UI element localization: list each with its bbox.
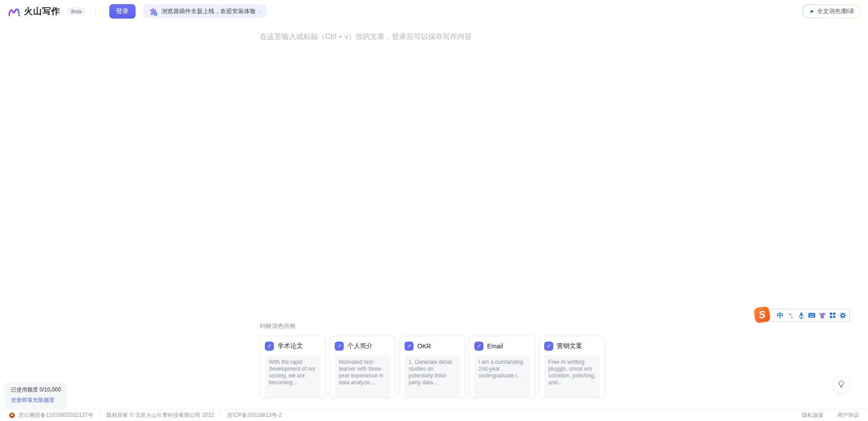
card-title: 营销文案 — [557, 342, 582, 350]
ime-toolbar-bar: 中 °, — [758, 309, 850, 322]
apps-grid-icon[interactable] — [827, 312, 838, 318]
editor-placeholder: 在这里输入或粘贴（Ctrl + v）你的文章，登录后可以保存写作内容 — [260, 32, 605, 42]
example-card-marketing-copy[interactable]: 营销文案 Free AI writting pluggin, smrat err… — [539, 336, 605, 397]
volcano-logo-icon — [7, 5, 21, 18]
examples-section-label: 纠错润色示例 — [260, 322, 606, 330]
card-preview-text: 1. Generate detail studies on potentiall… — [405, 355, 460, 397]
app-logo[interactable]: 火山写作 Beta — [7, 5, 85, 18]
example-card-personal-profile[interactable]: 个人简介 Motivated fast-learner with three-y… — [330, 336, 395, 397]
app-title: 火山写作 — [24, 5, 60, 17]
card-title: 个人简介 — [347, 342, 373, 350]
plugin-banner-text: 浏览器插件全新上线，欢迎安装体验 — [161, 7, 256, 15]
full-text-polish-translate-button[interactable]: ✦ 全文润色/翻译 — [802, 5, 861, 18]
pen-edit-icon — [405, 342, 414, 351]
login-unlimited-quota-link[interactable]: 登录即享无限额度 — [11, 397, 61, 404]
privacy-policy-link[interactable]: 隐私政策 — [802, 411, 824, 419]
pen-edit-icon — [474, 342, 483, 351]
keyboard-icon[interactable] — [806, 313, 817, 318]
example-cards: 学术论文 With the rapid development of our s… — [260, 336, 606, 397]
header-divider — [95, 8, 96, 15]
footer-separator — [100, 413, 100, 418]
card-header: 营销文案 — [544, 342, 600, 351]
help-lightbulb-button[interactable] — [833, 376, 850, 393]
sogou-logo-icon[interactable]: S — [754, 306, 770, 323]
card-preview-text: I am a outstanding 2nd-year undergraduat… — [474, 355, 530, 397]
examples-section: 纠错润色示例 学术论文 With the rapid development o… — [260, 322, 606, 397]
sparkle-icon: ✦ — [809, 8, 814, 15]
card-header: Email — [474, 342, 530, 351]
volcano-writing-app: 火山写作 Beta 登录 浏览器插件全新上线，欢迎安装体验 ‹ ✦ 全文润色/翻… — [0, 0, 868, 421]
card-title: OKR — [417, 343, 431, 350]
example-card-okr[interactable]: OKR 1. Generate detail studies on potent… — [400, 336, 465, 397]
skin-shirt-icon[interactable] — [817, 312, 827, 319]
banner-collapse-chevron-icon[interactable]: ‹ — [259, 8, 262, 15]
browser-plugin-banner[interactable]: 浏览器插件全新上线，欢迎安装体验 ‹ — [144, 5, 267, 18]
pen-edit-icon — [265, 342, 274, 351]
quota-usage: 已使用额度 0/10,000 — [11, 386, 61, 394]
chinese-english-toggle-icon[interactable]: 中 — [775, 311, 785, 320]
editor-area[interactable]: 在这里输入或粘贴（Ctrl + v）你的文章，登录后可以保存写作内容 — [260, 32, 605, 42]
pen-edit-icon — [544, 342, 553, 351]
punctuation-toggle-icon[interactable]: °, — [785, 312, 796, 319]
footer-separator — [220, 413, 221, 418]
copyright-text: 版权所有 © 北京火山引擎科技有限公司 2022 — [107, 411, 215, 419]
card-preview-text: With the rapid development of our societ… — [265, 355, 321, 397]
icp-record-number: 京ICP备20018813号-2 — [227, 411, 282, 419]
pen-edit-icon — [335, 342, 344, 351]
user-agreement-link[interactable]: 用户协议 — [837, 411, 859, 419]
puzzle-plugin-icon — [149, 7, 158, 16]
quota-label: 已使用额度 — [11, 387, 38, 393]
login-button[interactable]: 登录 — [109, 4, 136, 19]
header: 火山写作 Beta 登录 浏览器插件全新上线，欢迎安装体验 ‹ ✦ 全文润色/翻… — [0, 0, 868, 23]
beta-badge: Beta — [68, 7, 85, 15]
footer: 京公网安备11010802032137号 版权所有 © 北京火山引擎科技有限公司… — [0, 409, 868, 421]
quota-value: 0/10,000 — [39, 387, 61, 393]
card-title: Email — [487, 343, 503, 350]
card-preview-text: Motivated fast-learner with three-year e… — [335, 355, 390, 397]
card-header: OKR — [405, 342, 460, 351]
polish-button-label: 全文润色/翻译 — [817, 7, 854, 15]
lightbulb-icon — [837, 380, 845, 389]
settings-gear-icon[interactable] — [838, 312, 848, 319]
card-preview-text: Free AI writting pluggin, smrat errr cor… — [544, 355, 600, 397]
example-card-email[interactable]: Email I am a outstanding 2nd-year underg… — [469, 336, 535, 397]
example-card-academic-paper[interactable]: 学术论文 With the rapid development of our s… — [260, 336, 326, 397]
card-header: 学术论文 — [265, 342, 321, 351]
microphone-icon[interactable] — [796, 312, 806, 319]
card-header: 个人简介 — [335, 342, 390, 351]
card-title: 学术论文 — [278, 342, 303, 350]
quota-panel: 已使用额度 0/10,000 登录即享无限额度 — [5, 382, 67, 409]
footer-legal: 京公网安备11010802032137号 版权所有 © 北京火山引擎科技有限公司… — [9, 411, 282, 419]
public-security-emblem-icon — [9, 412, 15, 418]
footer-links: 隐私政策 用户协议 — [802, 411, 859, 419]
police-record-number: 京公网安备11010802032137号 — [19, 411, 93, 419]
